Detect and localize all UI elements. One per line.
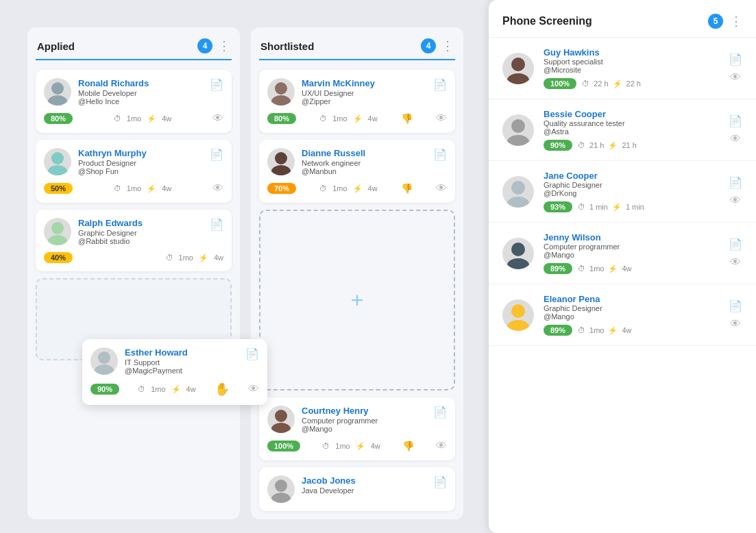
panel-item-jane-eye-icon[interactable]: 👁	[730, 195, 741, 207]
card-ralph-time1: 1mo	[179, 253, 193, 262]
panel-item-eleanor: Eleanor Pena Graphic Designer @Mango 89%…	[489, 284, 756, 346]
panel-item-jane-doc-icon[interactable]: 📄	[729, 176, 742, 189]
avatar-ronald	[44, 78, 71, 106]
clock-icon-b: ⏱	[578, 141, 585, 149]
card-marvin-text: Marvin McKinney UX/UI Designer @Zipper	[302, 78, 375, 106]
panel-item-jenny-doc-icon[interactable]: 📄	[729, 238, 742, 251]
card-courtney-eye-icon[interactable]: 👁	[436, 440, 447, 452]
panel-item-guy-meta: ⏱ 22 h ⚡ 22 h	[582, 79, 641, 88]
drag-icon: ✋	[215, 382, 230, 397]
card-marvin-thumb-icon[interactable]: 👎	[401, 113, 413, 124]
panel-item-eleanor-name: Eleanor Pena	[544, 294, 719, 304]
floating-card-name: Esther Howard	[125, 347, 188, 358]
card-ronald-doc-icon[interactable]: 📄	[210, 78, 223, 91]
panel-item-eleanor-info: Eleanor Pena Graphic Designer @Mango 89%…	[544, 294, 719, 336]
phone-screening-panel: Phone Screening 5 ⋮ Guy Hawkins Support …	[489, 0, 756, 533]
card-ronald-name: Ronald Richards	[78, 78, 149, 88]
card-marvin-time2: 4w	[368, 114, 378, 123]
panel-item-guy-doc-icon[interactable]: 📄	[729, 53, 742, 66]
card-courtney-thumb-icon[interactable]: 👎	[402, 441, 414, 451]
panel-item-bessie-actions: 📄 👁	[729, 114, 742, 145]
card-courtney-doc-icon[interactable]: 📄	[433, 406, 447, 419]
panel-item-eleanor-doc-icon[interactable]: 📄	[729, 299, 742, 312]
card-dianne: Dianne Russell Network engineer @Manbun …	[259, 140, 455, 203]
card-dianne-eye-icon[interactable]: 👁	[436, 182, 447, 195]
svg-point-6	[275, 82, 287, 95]
card-ralph-company: @Rabbit studio	[78, 237, 143, 245]
card-dianne-doc-icon[interactable]: 📄	[433, 148, 447, 161]
card-kathryn-doc-icon[interactable]: 📄	[210, 148, 223, 161]
card-marvin-header: Marvin McKinney UX/UI Designer @Zipper 📄	[267, 78, 447, 106]
svg-point-1	[48, 95, 67, 106]
panel-item-guy-actions: 📄 👁	[729, 53, 742, 84]
card-ralph-text: Ralph Edwards Graphic Designer @Rabbit s…	[78, 218, 143, 245]
card-kathryn-eye-icon[interactable]: 👁	[212, 182, 223, 195]
bolt-icon-b: ⚡	[608, 141, 618, 150]
panel-more-icon[interactable]: ⋮	[730, 14, 742, 29]
avatar-jacob	[267, 475, 295, 503]
card-courtney-meta: ⏱ 1mo ⚡ 4w	[322, 442, 380, 451]
card-ronald-eye-icon[interactable]: 👁	[212, 112, 223, 125]
avatar-ralph	[44, 218, 71, 245]
panel-item-jane-score: 93%	[544, 201, 572, 212]
avatar-marvin	[267, 78, 295, 106]
panel-item-bessie-eye-icon[interactable]: 👁	[730, 133, 741, 145]
floating-card-time2: 4w	[186, 385, 196, 393]
panel-item-eleanor-eye-icon[interactable]: 👁	[730, 318, 741, 330]
panel-item-guy-eye-icon[interactable]: 👁	[730, 71, 741, 84]
panel-item-jane-info: Jane Cooper Graphic Designer @DrKong 93%…	[544, 171, 719, 212]
panel-badge: 5	[708, 14, 723, 29]
bolt-icon-c: ⚡	[356, 442, 365, 451]
card-ralph-meta: ⏱ 1mo ⚡ 4w	[166, 253, 223, 262]
card-ronald-score: 80%	[44, 113, 73, 124]
panel-item-bessie-doc-icon[interactable]: 📄	[729, 114, 742, 127]
panel-item-jenny-time1: 1mo	[589, 264, 604, 273]
card-jacob-header: Jacob Jones Java Developer 📄	[267, 475, 447, 503]
card-ralph-info: Ralph Edwards Graphic Designer @Rabbit s…	[44, 218, 143, 245]
panel-item-jane-time2: 1 min	[626, 203, 644, 211]
clock-icon-jw: ⏱	[578, 264, 585, 273]
card-ronald-header: Ronald Richards Mobile Developer @Hello …	[44, 78, 223, 106]
floating-card-info: Esther Howard IT Support @MagicPayment	[90, 347, 188, 375]
applied-more-icon[interactable]: ⋮	[218, 38, 230, 53]
bolt-icon-ep: ⚡	[608, 326, 618, 335]
svg-point-5	[48, 235, 67, 245]
card-jacob-doc-icon[interactable]: 📄	[433, 475, 447, 488]
card-marvin-eye-icon[interactable]: 👁	[436, 112, 447, 125]
card-courtney-time1: 1mo	[335, 442, 350, 450]
card-courtney-role: Computer programmer	[302, 417, 378, 425]
panel-item-jenny-eye-icon[interactable]: 👁	[730, 256, 741, 269]
panel-item-bessie-time1: 21 h	[589, 141, 604, 149]
svg-point-10	[275, 410, 287, 422]
panel-item-guy-time1: 22 h	[594, 79, 608, 88]
panel-item-eleanor-actions: 📄 👁	[729, 299, 742, 330]
card-ronald: Ronald Richards Mobile Developer @Hello …	[36, 70, 232, 133]
floating-card-eye-icon[interactable]: 👁	[248, 383, 259, 395]
card-marvin-doc-icon[interactable]: 📄	[433, 78, 447, 91]
svg-point-12	[275, 480, 287, 492]
shortlisted-add-section[interactable]: +	[259, 210, 455, 391]
bolt-icon-g: ⚡	[613, 79, 622, 88]
card-jacob-role: Java Developer	[302, 486, 356, 495]
applied-header-right: 4 ⋮	[197, 38, 230, 53]
card-marvin-time1: 1mo	[332, 114, 347, 123]
panel-title: Phone Screening	[502, 15, 592, 27]
card-dianne-time2: 4w	[368, 184, 378, 193]
avatar-panel-bessie	[502, 114, 534, 146]
card-ronald-info: Ronald Richards Mobile Developer @Hello …	[44, 78, 149, 106]
svg-point-8	[275, 152, 287, 164]
card-dianne-thumb-icon[interactable]: 👎	[401, 183, 413, 194]
card-ronald-footer: 80% ⏱ 1mo ⚡ 4w 👁	[44, 112, 223, 125]
card-kathryn-info: Kathryn Murphy Product Designer @Shop Fu…	[44, 148, 147, 175]
svg-point-16	[511, 58, 525, 71]
clock-icon-j: ⏱	[578, 203, 585, 211]
card-marvin: Marvin McKinney UX/UI Designer @Zipper 📄…	[259, 70, 455, 133]
floating-card-doc-icon[interactable]: 📄	[245, 347, 259, 360]
floating-card-company: @MagicPayment	[125, 367, 188, 375]
avatar-panel-jane	[502, 176, 534, 208]
card-ralph-doc-icon[interactable]: 📄	[210, 218, 223, 231]
panel-item-bessie-role: Quality assurance tester	[544, 119, 719, 127]
shortlisted-more-icon[interactable]: ⋮	[441, 38, 454, 53]
shortlisted-column-header: Shortlisted 4 ⋮	[259, 36, 455, 60]
panel-item-bessie-score: 90%	[544, 140, 572, 151]
